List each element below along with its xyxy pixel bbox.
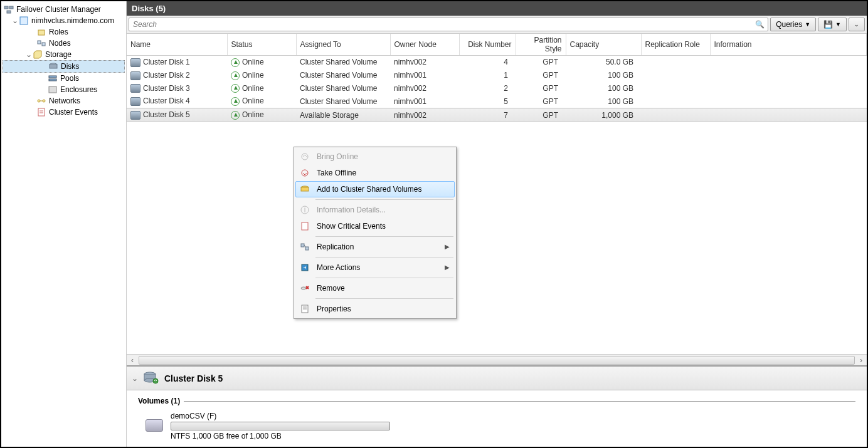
networks-icon [36, 96, 46, 106]
search-input[interactable] [129, 18, 768, 31]
tree-cluster[interactable]: ⌄ nimhvclus.nimdemo.com [3, 15, 125, 26]
tree-pools[interactable]: Pools [3, 73, 125, 84]
disk-icon [130, 71, 140, 80]
cell-capacity: 50.0 GB [566, 56, 641, 69]
disk-large-icon [143, 370, 159, 386]
disk-icon [130, 58, 140, 67]
col-info[interactable]: Information [710, 34, 867, 56]
menu-add-csv[interactable]: Add to Cluster Shared Volumes [295, 181, 455, 197]
tree-enclosures[interactable]: Enclosures [3, 84, 125, 95]
online-icon [231, 58, 240, 67]
menu-show-critical[interactable]: Show Critical Events [295, 218, 455, 234]
more-actions-icon [298, 262, 312, 273]
details-title: Cluster Disk 5 [164, 373, 223, 383]
svg-rect-3 [20, 17, 28, 24]
menu-properties-label: Properties [317, 305, 351, 313]
menu-replication[interactable]: Replication ▶ [295, 239, 455, 255]
horizontal-scrollbar[interactable]: ‹ › [127, 354, 867, 365]
menu-replication-label: Replication [317, 242, 354, 251]
save-button[interactable]: 💾 ▼ [818, 18, 847, 31]
menu-info-details[interactable]: i Information Details... [295, 202, 455, 218]
details-body: Volumes (1) demoCSV (F) NTFS 1,000 GB fr… [127, 390, 867, 447]
tree-networks[interactable]: Networks [3, 95, 125, 107]
table-row[interactable]: Cluster Disk 4OnlineCluster Shared Volum… [127, 95, 867, 108]
col-replication[interactable]: Replication Role [641, 34, 710, 56]
search-icon[interactable]: 🔍 [755, 20, 765, 29]
cell-status: Online [227, 56, 296, 69]
tree-pools-label: Pools [60, 74, 79, 83]
queries-button[interactable]: Queries ▼ [770, 18, 816, 31]
navigation-tree: Failover Cluster Manager ⌄ nimhvclus.nim… [1, 1, 127, 447]
chevron-right-icon: ▶ [445, 243, 450, 250]
tree-storage[interactable]: ⌄ Storage [3, 49, 125, 60]
table-row[interactable]: Cluster Disk 3OnlineCluster Shared Volum… [127, 82, 867, 95]
storage-icon [33, 49, 43, 60]
disk-grid-container: Name Status Assigned To Owner Node Disk … [127, 34, 867, 354]
volumes-section-label: Volumes (1) [138, 397, 180, 405]
disks-icon [48, 61, 58, 71]
col-partition[interactable]: Partition Style [516, 34, 566, 56]
collapse-icon[interactable]: ⌄ [132, 374, 138, 383]
col-status[interactable]: Status [227, 34, 296, 56]
cell-status: Online [227, 95, 296, 108]
cell-owner: nimhv001 [390, 95, 459, 108]
cell-assigned: Cluster Shared Volume [296, 95, 390, 108]
volume-info: demoCSV (F) NTFS 1,000 GB free of 1,000 … [171, 412, 390, 440]
svg-rect-4 [38, 30, 45, 35]
menu-remove[interactable]: Remove [295, 280, 455, 296]
cell-disknum: 2 [459, 82, 516, 95]
table-row[interactable]: Cluster Disk 5OnlineAvailable Storagenim… [127, 108, 867, 122]
online-icon [231, 97, 240, 106]
col-capacity[interactable]: Capacity [566, 34, 641, 56]
svg-rect-11 [49, 86, 56, 93]
dropdown-button[interactable]: ⌄ [849, 18, 865, 31]
menu-bring-online[interactable]: Bring Online [295, 148, 455, 165]
col-disknum[interactable]: Disk Number [459, 34, 516, 56]
cell-info [710, 95, 867, 108]
expander-icon[interactable]: ⌄ [25, 50, 33, 59]
search-box: 🔍 [129, 18, 768, 31]
cell-assigned: Available Storage [296, 108, 390, 122]
cluster-manager-icon [4, 4, 14, 14]
expander-icon[interactable]: ⌄ [11, 16, 19, 25]
scroll-right-icon[interactable]: › [855, 356, 867, 365]
menu-more-actions[interactable]: More Actions ▶ [295, 259, 455, 276]
tree-roles[interactable]: Roles [3, 26, 125, 38]
menu-properties[interactable]: Properties [295, 301, 455, 317]
nodes-icon [36, 38, 46, 48]
volume-name: demoCSV (F) [171, 412, 390, 420]
col-name[interactable]: Name [127, 34, 227, 56]
menu-remove-label: Remove [317, 284, 345, 293]
scroll-left-icon[interactable]: ‹ [127, 356, 138, 365]
divider [184, 401, 855, 402]
table-row[interactable]: Cluster Disk 2OnlineCluster Shared Volum… [127, 69, 867, 82]
tree-disks[interactable]: Disks [3, 60, 125, 73]
cell-capacity: 100 GB [566, 95, 641, 108]
col-assigned[interactable]: Assigned To [296, 34, 390, 56]
col-owner[interactable]: Owner Node [390, 34, 459, 56]
tree-enclosures-label: Enclosures [60, 85, 97, 94]
chevron-right-icon: ▶ [445, 264, 450, 271]
info-icon: i [298, 204, 312, 216]
panel-title: Disks (5) [127, 1, 867, 16]
scroll-thumb[interactable] [139, 356, 855, 365]
critical-events-icon [298, 221, 312, 232]
tree-events[interactable]: Cluster Events [3, 107, 125, 118]
table-row[interactable]: Cluster Disk 1OnlineCluster Shared Volum… [127, 56, 867, 69]
events-icon [36, 107, 46, 117]
cluster-icon [19, 16, 29, 26]
bring-online-icon [298, 151, 312, 162]
online-icon [231, 111, 240, 120]
cell-capacity: 1,000 GB [566, 108, 641, 122]
tree-nodes[interactable]: Nodes [3, 38, 125, 49]
svg-point-13 [43, 100, 45, 102]
tree-root[interactable]: Failover Cluster Manager [3, 4, 125, 15]
svg-rect-0 [4, 6, 8, 9]
volume-item[interactable]: demoCSV (F) NTFS 1,000 GB free of 1,000 … [146, 412, 855, 440]
menu-take-offline[interactable]: Take Offline [295, 165, 455, 181]
cell-status: Online [227, 82, 296, 95]
cell-replication [641, 95, 710, 108]
cell-owner: nimhv002 [390, 82, 459, 95]
cell-owner: nimhv002 [390, 56, 459, 69]
cell-capacity: 100 GB [566, 69, 641, 82]
